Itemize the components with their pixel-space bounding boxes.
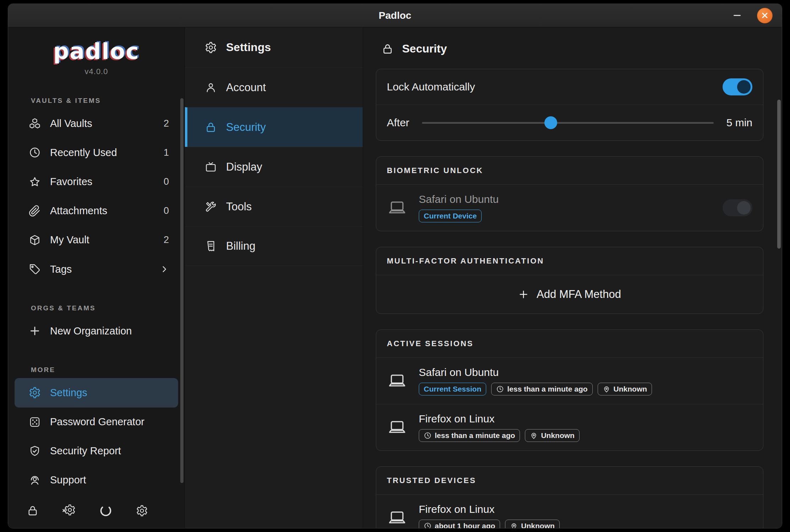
sync-spinner-icon[interactable] [99, 504, 113, 517]
after-label: After [387, 117, 409, 129]
lock-automatically-toggle[interactable] [723, 78, 752, 95]
session-time-badge: less than a minute ago [491, 383, 592, 395]
session-time-badge: less than a minute ago [419, 429, 520, 442]
plus-icon [29, 325, 41, 337]
count-badge: 0 [164, 176, 169, 187]
trusted-devices-header: TRUSTED DEVICES [376, 467, 763, 495]
lock-delay-slider[interactable] [422, 114, 713, 131]
laptop-icon [387, 199, 407, 217]
clock-icon [496, 385, 504, 393]
slider-thumb[interactable] [544, 116, 557, 129]
settings-gear-icon[interactable] [136, 505, 148, 517]
current-session-badge: Current Session [419, 383, 486, 395]
person-icon [205, 82, 217, 94]
settings-menu-header: Settings [185, 27, 363, 67]
biometric-toggle[interactable] [723, 199, 752, 216]
count-badge: 1 [164, 147, 169, 158]
trusted-devices-card: TRUSTED DEVICES Firefox on Linux about 1… [376, 466, 763, 528]
device-name: Firefox on Linux [419, 413, 752, 425]
dice-icon [29, 416, 41, 428]
sidebar-item-favorites[interactable]: Favorites 0 [15, 167, 178, 196]
device-name: Firefox on Linux [419, 503, 752, 515]
app-version: v4.0.0 [8, 67, 185, 76]
section-header-orgs: ORGS & TEAMS [31, 304, 185, 312]
lock-settings-card: Lock Automatically After 5 min [376, 69, 763, 141]
badges: less than a minute ago Unknown [419, 429, 752, 442]
section-header-vaults: VAULTS & ITEMS [31, 97, 185, 105]
lock-automatically-label: Lock Automatically [387, 81, 723, 93]
security-body: Lock Automatically After 5 min [363, 67, 782, 528]
lock-icon [382, 43, 394, 55]
chevron-right-icon [160, 265, 169, 274]
device-info: Firefox on Linux less than a minute ago … [419, 413, 752, 442]
laptop-icon [387, 418, 407, 437]
session-row[interactable]: Safari on Ubuntu Current Session less th… [376, 358, 763, 404]
badges: Current Session less than a minute ago U… [419, 383, 752, 395]
device-location-badge: Unknown [505, 520, 560, 528]
location-pin-icon [510, 522, 518, 528]
sidebar-item-recently-used[interactable]: Recently Used 1 [15, 138, 178, 167]
gear-x-icon[interactable] [62, 504, 76, 517]
cubes-icon [29, 117, 41, 129]
content-scrollbar[interactable] [777, 100, 781, 249]
device-info: Firefox on Linux about 1 hour ago Unknow… [419, 503, 752, 528]
page-title: Security [402, 42, 447, 55]
sidebar-item-support[interactable]: Support [15, 466, 178, 495]
minimize-button[interactable] [730, 9, 744, 23]
receipt-icon [205, 240, 217, 252]
close-button[interactable] [757, 8, 773, 23]
laptop-icon [387, 509, 407, 527]
gear-icon [29, 387, 41, 399]
sidebar-item-settings[interactable]: Settings [15, 378, 178, 407]
biometric-unlock-card: BIOMETRIC UNLOCK Safari on Ubuntu Curren… [376, 156, 763, 231]
lock-icon [205, 121, 217, 133]
tools-icon [205, 201, 217, 213]
security-panel: Security Lock Automatically After [363, 27, 782, 528]
session-location-badge: Unknown [598, 383, 652, 395]
sidebar-item-all-vaults[interactable]: All Vaults 2 [15, 109, 178, 138]
device-info: Safari on Ubuntu Current Session less th… [419, 366, 752, 395]
lock-delay-value: 5 min [726, 117, 752, 129]
sidebar-item-security-report[interactable]: Security Report [15, 437, 178, 466]
add-mfa-label: Add MFA Method [537, 288, 621, 301]
menu-item-security[interactable]: Security [185, 107, 363, 147]
device-info: Safari on Ubuntu Current Device [419, 193, 711, 222]
sidebar-item-tags[interactable]: Tags [15, 255, 178, 284]
display-icon [205, 161, 217, 173]
gear-icon [205, 41, 217, 54]
minimize-icon [734, 15, 741, 16]
menu-item-display[interactable]: Display [185, 147, 363, 187]
add-mfa-button[interactable]: Add MFA Method [376, 275, 763, 314]
badges: about 1 hour ago Unknown [419, 520, 752, 528]
menu-item-billing[interactable]: Billing [185, 226, 363, 266]
menu-item-tools[interactable]: Tools [185, 187, 363, 226]
device-name: Safari on Ubuntu [419, 193, 711, 205]
settings-menu: Settings Account Security Display Tools [185, 27, 363, 528]
plus-icon [518, 289, 529, 300]
security-header: Security [363, 27, 782, 67]
lock-app-icon[interactable] [27, 505, 39, 517]
count-badge: 2 [164, 234, 169, 245]
laptop-icon [387, 372, 407, 390]
cube-icon [29, 234, 41, 246]
slider-track[interactable] [422, 122, 713, 124]
sidebar-item-new-organization[interactable]: New Organization [15, 316, 178, 345]
titlebar: Padloc [8, 4, 782, 27]
clock-icon [424, 432, 432, 439]
menu-item-account[interactable]: Account [185, 67, 363, 107]
session-row[interactable]: Firefox on Linux less than a minute ago … [376, 404, 763, 450]
sidebar-scrollbar[interactable] [180, 98, 183, 483]
main-area: padloc v4.0.0 VAULTS & ITEMS All Vaults … [8, 27, 782, 528]
window-controls [730, 4, 773, 27]
count-badge: 0 [164, 205, 169, 216]
toggle-knob [737, 80, 751, 94]
sidebar: padloc v4.0.0 VAULTS & ITEMS All Vaults … [8, 27, 185, 528]
mfa-card: MULTI-FACTOR AUTHENTICATION Add MFA Meth… [376, 247, 763, 314]
sidebar-item-password-generator[interactable]: Password Generator [15, 408, 178, 437]
support-icon [29, 474, 41, 486]
settings-menu-title: Settings [226, 41, 271, 54]
sidebar-item-my-vault[interactable]: My Vault 2 [15, 226, 178, 255]
sidebar-item-attachments[interactable]: Attachments 0 [15, 196, 178, 226]
trusted-device-row[interactable]: Firefox on Linux about 1 hour ago Unknow… [376, 495, 763, 528]
device-time-badge: about 1 hour ago [419, 520, 500, 528]
